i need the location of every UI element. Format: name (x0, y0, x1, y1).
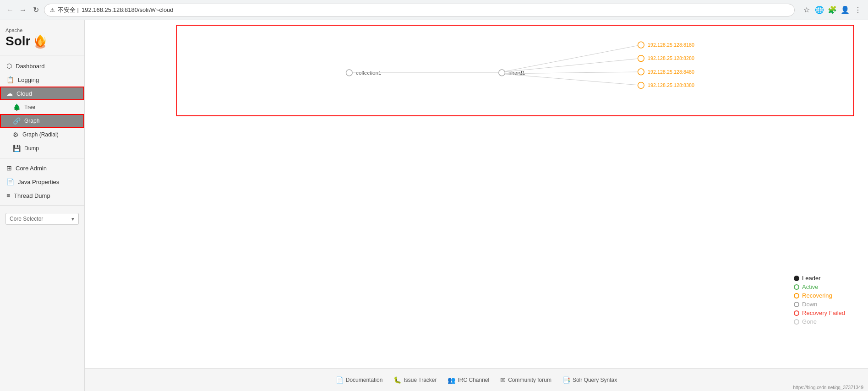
footer-link-issue-tracker[interactable]: 🐛 Issue Tracker (393, 376, 437, 384)
legend-label-down: Down (802, 301, 817, 308)
collection-label: collection1 (356, 70, 382, 76)
footer-link-documentation[interactable]: 📄 Documentation (336, 376, 383, 384)
solr-query-syntax-icon: 📑 (562, 376, 570, 384)
shard-node (499, 70, 505, 76)
legend-item-down: Down (794, 301, 845, 308)
connection-line-3 (505, 72, 641, 74)
sidebar-item-tree[interactable]: 🌲 Tree (0, 100, 84, 114)
sidebar-item-label: Java Properties (18, 179, 59, 185)
connection-line-2 (505, 59, 641, 72)
sidebar-item-label: Thread Dump (14, 192, 50, 199)
issue-tracker-icon: 🐛 (393, 376, 401, 384)
google-icon[interactable]: 🌐 (815, 5, 824, 15)
core-selector-container: Core Selector ▼ (5, 213, 79, 225)
sidebar: Apache Solr (0, 20, 85, 391)
sidebar-item-dashboard[interactable]: ⬡ Dashboard (0, 59, 84, 73)
legend-label-recovery-failed: Recovery Failed (802, 310, 845, 316)
dump-icon: 💾 (13, 145, 21, 152)
legend-dot-leader (794, 276, 799, 281)
tree-icon: 🌲 (13, 103, 21, 111)
logging-icon: 📋 (6, 76, 14, 83)
sidebar-item-graph-radial[interactable]: ⚙ Graph (Radial) (0, 128, 84, 141)
legend-item-recovering: Recovering (794, 292, 845, 299)
bookmark-icon[interactable]: ☆ (802, 5, 811, 15)
browser-toolbar: ☆ 🌐 🧩 👤 ⋮ (802, 5, 863, 15)
dashboard-icon: ⬡ (6, 62, 12, 70)
legend: Leader Active Recovering Down Recovery F… (794, 275, 845, 327)
core-selector[interactable]: Core Selector (5, 213, 79, 225)
graph-area: collection1 shard1 192.128.25.128:8180 (85, 20, 868, 364)
legend-item-gone: Gone (794, 318, 845, 325)
app-container: Apache Solr (0, 20, 868, 391)
sidebar-item-label: Graph (Radial) (22, 131, 59, 138)
address-bar[interactable]: ⚠ 不安全 | 192.168.25.128:8180/solr/#/~clou… (44, 4, 795, 16)
legend-label-gone: Gone (802, 318, 817, 325)
url-value: 192.168.25.128:8180/solr/#/~cloud (82, 6, 174, 13)
nav-separator (0, 158, 84, 158)
logo-apache-text: Apache (5, 27, 79, 33)
logo: Apache Solr (0, 20, 84, 55)
footer-link-label: Solr Query Syntax (573, 377, 617, 383)
legend-item-recovery-failed: Recovery Failed (794, 310, 845, 316)
footer: 📄 Documentation 🐛 Issue Tracker 👥 IRC Ch… (85, 368, 868, 391)
reload-button[interactable]: ↻ (31, 5, 40, 15)
sidebar-item-java-properties[interactable]: 📄 Java Properties (0, 175, 84, 189)
graph-container: collection1 shard1 192.128.25.128:8180 (176, 25, 854, 116)
security-icon: ⚠ (50, 7, 55, 13)
ip-label-3: 192.128.25.128:8480 (648, 69, 694, 75)
sidebar-item-label: Cloud (16, 90, 32, 97)
legend-dot-down (794, 302, 799, 307)
legend-dot-recovery-failed (794, 310, 799, 316)
sidebar-item-label: Graph (24, 118, 39, 124)
connection-line-4 (505, 74, 641, 86)
footer-link-label: Documentation (346, 377, 383, 383)
nav-separator-2 (0, 205, 84, 206)
sidebar-item-core-admin[interactable]: ⊞ Core Admin (0, 161, 84, 175)
ip-node-3 (638, 69, 644, 75)
legend-dot-recovering (794, 293, 799, 299)
sidebar-nav: ⬡ Dashboard 📋 Logging ☁ Cloud 🌲 Tree 🔗 G… (0, 55, 84, 233)
legend-item-active: Active (794, 283, 845, 290)
documentation-icon: 📄 (336, 376, 344, 384)
ip-node-1 (638, 42, 644, 48)
legend-label-leader: Leader (802, 275, 820, 282)
sidebar-item-cloud[interactable]: ☁ Cloud (0, 87, 84, 100)
core-selector-wrapper: Core Selector ▼ (0, 208, 84, 229)
footer-link-community-forum[interactable]: ✉ Community forum (500, 376, 551, 384)
logo-flame-icon (32, 33, 49, 49)
back-button[interactable]: ← (5, 5, 15, 15)
sidebar-item-label: Dashboard (16, 63, 45, 70)
sidebar-item-thread-dump[interactable]: ≡ Thread Dump (0, 189, 84, 202)
collection-node (346, 70, 353, 76)
hint-url: https://blog.csdn.net/qq_37371349 (793, 385, 863, 390)
legend-item-leader: Leader (794, 275, 845, 282)
forward-button[interactable]: → (18, 5, 27, 15)
legend-label-active: Active (802, 283, 818, 290)
ip-label-1: 192.128.25.128:8180 (648, 42, 694, 48)
footer-link-irc-channel[interactable]: 👥 IRC Channel (448, 376, 489, 384)
footer-link-label: IRC Channel (458, 377, 489, 383)
cloud-icon: ☁ (6, 90, 13, 97)
menu-icon[interactable]: ⋮ (853, 5, 863, 15)
connection-line-1 (505, 45, 641, 71)
footer-link-solr-query-syntax[interactable]: 📑 Solr Query Syntax (562, 376, 617, 384)
graph-icon: 🔗 (13, 117, 21, 125)
irc-channel-icon: 👥 (448, 376, 455, 384)
sidebar-item-dump[interactable]: 💾 Dump (0, 141, 84, 155)
sidebar-item-label: Tree (24, 104, 35, 110)
ip-node-4 (638, 82, 644, 88)
profile-icon[interactable]: 👤 (841, 5, 850, 15)
ip-node-2 (638, 55, 644, 62)
browser-chrome: ← → ↻ ⚠ 不安全 | 192.168.25.128:8180/solr/#… (0, 0, 868, 20)
sidebar-item-logging[interactable]: 📋 Logging (0, 73, 84, 87)
sidebar-item-label: Logging (18, 76, 39, 83)
url-text: 不安全 | (58, 6, 79, 14)
graph-svg: collection1 shard1 192.128.25.128:8180 (177, 26, 853, 115)
sidebar-item-label: Core Admin (16, 165, 47, 172)
footer-link-label: Community forum (508, 377, 551, 383)
main-content: collection1 shard1 192.128.25.128:8180 (85, 20, 868, 391)
sidebar-item-graph[interactable]: 🔗 Graph (0, 114, 84, 128)
sidebar-item-label: Dump (24, 145, 39, 152)
core-admin-icon: ⊞ (6, 164, 12, 172)
extensions-icon[interactable]: 🧩 (828, 5, 837, 15)
